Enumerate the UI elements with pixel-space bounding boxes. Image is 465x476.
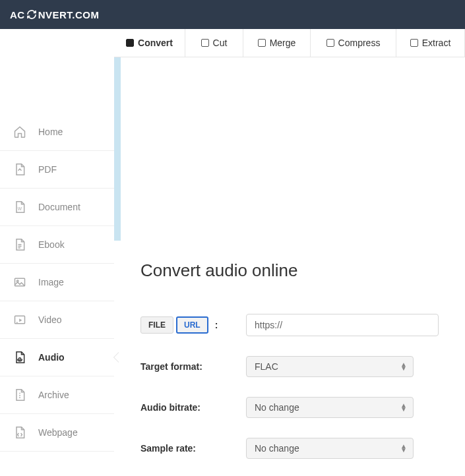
page-title: Convert audio online: [140, 260, 439, 281]
audio-bitrate-label: Audio bitrate:: [140, 402, 246, 413]
tab-extract[interactable]: Extract: [396, 29, 465, 57]
sidebar-item-label: Ebook: [38, 239, 65, 250]
colon: :: [215, 320, 218, 330]
sidebar-item-pdf[interactable]: PDF: [0, 151, 114, 189]
webpage-icon: [13, 426, 26, 439]
audio-icon: [13, 351, 26, 364]
sidebar-item-document[interactable]: W Document: [0, 189, 114, 226]
sidebar-item-label: Home: [38, 127, 63, 137]
sidebar-item-image[interactable]: Image: [0, 264, 114, 301]
refresh-icon: [26, 9, 37, 20]
target-format-select[interactable]: FLAC: [246, 356, 414, 377]
audio-bitrate-select[interactable]: No change: [246, 397, 414, 418]
tab-label: Extract: [422, 38, 451, 48]
sidebar-item-ebook[interactable]: Ebook: [0, 226, 114, 264]
tab-label: Compress: [338, 38, 381, 48]
checkbox-empty-icon: [258, 39, 266, 47]
sidebar-item-label: Audio: [38, 352, 65, 363]
sidebar-item-label: Image: [38, 277, 64, 287]
image-icon: [13, 276, 26, 289]
logo-suffix: NVERT.COM: [38, 9, 100, 20]
banner-area: [114, 57, 465, 241]
archive-icon: [13, 388, 26, 402]
tab-label: Merge: [270, 38, 296, 48]
sidebar-item-label: Archive: [38, 390, 69, 400]
sidebar-item-label: Video: [38, 314, 62, 325]
target-format-label: Target format:: [140, 361, 246, 372]
tab-label: Cut: [213, 38, 228, 48]
sample-rate-label: Sample rate:: [140, 443, 246, 454]
sidebar-item-label: Webpage: [38, 427, 78, 438]
doc-icon: W: [13, 200, 26, 214]
logo-prefix: AC: [10, 9, 25, 20]
checkbox-empty-icon: [410, 39, 418, 47]
url-toggle-button[interactable]: URL: [176, 316, 208, 334]
svg-point-4: [16, 322, 18, 323]
checkbox-filled-icon: [126, 39, 134, 47]
ebook-icon: [13, 238, 26, 251]
sidebar-item-label: PDF: [38, 164, 57, 175]
sidebar-item-archive[interactable]: Archive: [0, 376, 114, 414]
tab-compress[interactable]: Compress: [311, 29, 396, 57]
file-toggle-button[interactable]: FILE: [140, 316, 173, 334]
sidebar-item-video[interactable]: Video: [0, 301, 114, 339]
sidebar-item-label: Document: [38, 202, 80, 212]
checkbox-empty-icon: [326, 39, 334, 47]
tab-cut[interactable]: Cut: [185, 29, 243, 57]
sidebar: Home PDF W Document Ebook Image Video Au…: [0, 57, 114, 476]
pdf-icon: [13, 163, 26, 176]
tab-label: Convert: [138, 38, 173, 48]
checkbox-empty-icon: [201, 39, 209, 47]
sample-rate-select[interactable]: No change: [246, 438, 414, 459]
main: Convert audio online FILE URL : Target f…: [114, 57, 465, 476]
tab-convert[interactable]: Convert: [114, 29, 185, 57]
home-icon: [13, 125, 26, 138]
video-icon: [13, 313, 26, 326]
logo[interactable]: AC NVERT.COM: [10, 9, 100, 20]
source-toggle-group: FILE URL :: [140, 316, 246, 334]
sidebar-item-audio[interactable]: Audio: [0, 339, 114, 376]
svg-text:W: W: [18, 206, 22, 211]
url-input[interactable]: [246, 314, 439, 336]
sidebar-item-home[interactable]: Home: [0, 113, 114, 151]
sidebar-item-webpage[interactable]: Webpage: [0, 414, 114, 452]
tab-merge[interactable]: Merge: [243, 29, 311, 57]
topbar: AC NVERT.COM: [0, 0, 465, 29]
tabs: Convert Cut Merge Compress Extract: [114, 29, 465, 57]
